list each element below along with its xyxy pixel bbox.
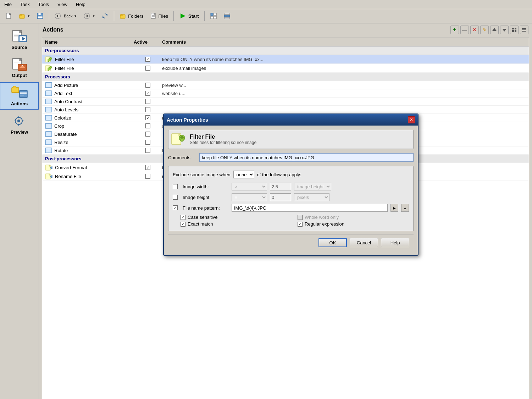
active-checkbox[interactable]	[145, 123, 150, 128]
table-row[interactable]: Add Text website u...	[42, 89, 529, 98]
move-up-button[interactable]	[490, 26, 499, 34]
sidebar-item-output[interactable]: Output	[0, 54, 39, 81]
image-height-checkbox[interactable]	[173, 195, 178, 200]
active-checkbox-cell[interactable]	[134, 165, 162, 170]
active-checkbox[interactable]	[145, 132, 150, 137]
row-name-text: Filter File	[55, 66, 74, 71]
image-width-checkbox[interactable]	[173, 184, 178, 189]
action-properties-dialog[interactable]: Action Properties ✕ Filter File Sets rul…	[163, 113, 419, 256]
view2-button[interactable]	[221, 11, 233, 21]
table-row[interactable]: Auto Contrast	[42, 98, 529, 106]
folders-button[interactable]: Folders	[117, 11, 146, 21]
list-view-button[interactable]	[520, 26, 528, 34]
svg-rect-56	[515, 30, 516, 32]
active-checkbox-cell[interactable]	[134, 174, 162, 179]
sidebar-item-actions[interactable]: Actions	[0, 82, 39, 110]
active-checkbox[interactable]	[145, 174, 150, 179]
reload-button[interactable]	[99, 11, 111, 21]
active-checkbox-cell[interactable]	[134, 132, 162, 137]
row-name: Filter File	[45, 56, 134, 62]
new-button[interactable]	[3, 11, 15, 21]
pattern-input[interactable]	[232, 204, 388, 212]
menu-view[interactable]: View	[56, 1, 69, 8]
active-checkbox[interactable]	[145, 99, 150, 104]
file-name-pattern-checkbox[interactable]	[173, 205, 178, 210]
sidebar-item-preview[interactable]: Preview	[0, 111, 39, 138]
table-row[interactable]: Filter File exclude small images	[42, 64, 529, 73]
view1-button[interactable]	[207, 11, 220, 21]
forward-button[interactable]: ▼	[81, 11, 98, 21]
svg-rect-39	[12, 88, 19, 93]
comments-input[interactable]	[199, 153, 414, 162]
exact-match-checkbox[interactable]	[181, 222, 185, 227]
add-action-button[interactable]: +	[450, 26, 459, 34]
active-checkbox-cell[interactable]	[134, 83, 162, 88]
svg-point-46	[17, 120, 20, 122]
menu-help[interactable]: Help	[74, 1, 87, 8]
menu-tools[interactable]: Tools	[37, 1, 50, 8]
active-checkbox-cell[interactable]	[134, 107, 162, 112]
whole-word-only-checkbox[interactable]	[298, 215, 303, 220]
filter-mode-select[interactable]: none any all	[233, 171, 254, 178]
image-height-operator[interactable]: = > <	[232, 193, 267, 201]
svg-rect-54	[515, 28, 516, 29]
preview-icon	[11, 114, 28, 128]
image-width-value[interactable]	[270, 183, 291, 190]
active-checkbox-cell[interactable]	[134, 123, 162, 128]
table-row[interactable]: Auto Levels	[42, 106, 529, 114]
svg-rect-40	[13, 86, 16, 88]
output-icon	[11, 57, 28, 71]
svg-rect-71	[45, 115, 52, 120]
active-checkbox-cell[interactable]	[134, 57, 162, 62]
svg-marker-51	[492, 28, 497, 31]
active-checkbox-cell[interactable]	[134, 91, 162, 96]
save-button[interactable]	[34, 11, 46, 21]
row-name-text: Filter File	[55, 57, 74, 62]
dialog-footer: OK Cancel Help	[168, 234, 414, 251]
case-sensitive-checkbox[interactable]	[181, 215, 185, 220]
pattern-up-button[interactable]: ▲	[401, 204, 409, 212]
menu-task[interactable]: Task	[19, 1, 31, 8]
regular-expression-checkbox[interactable]	[298, 222, 303, 227]
image-width-operator[interactable]: > < =	[232, 183, 267, 190]
row-name-text: Crop	[54, 123, 64, 129]
pattern-play-button[interactable]: ▶	[390, 204, 398, 212]
active-checkbox[interactable]	[145, 140, 150, 145]
active-checkbox[interactable]	[145, 148, 150, 153]
grid-view-button[interactable]	[510, 26, 519, 34]
active-checkbox[interactable]	[145, 57, 150, 62]
delete-action-button[interactable]: ✕	[470, 26, 479, 34]
image-height-value[interactable]	[270, 193, 291, 201]
active-checkbox[interactable]	[145, 66, 150, 71]
active-checkbox[interactable]	[145, 115, 150, 120]
table-row[interactable]: Add Picture preview w...	[42, 81, 529, 89]
active-checkbox[interactable]	[145, 91, 150, 96]
help-button[interactable]: Help	[381, 238, 409, 247]
active-checkbox[interactable]	[145, 83, 150, 88]
active-checkbox-cell[interactable]	[134, 148, 162, 153]
dialog-close-button[interactable]: ✕	[408, 116, 415, 123]
edit-action-button[interactable]: ✎	[480, 26, 489, 34]
active-checkbox-cell[interactable]	[134, 66, 162, 71]
menu-file[interactable]: File	[3, 1, 13, 8]
remove-action-button[interactable]: —	[460, 26, 469, 34]
ok-button[interactable]: OK	[318, 238, 347, 247]
table-row[interactable]: Filter File keep file ONLY when its name…	[42, 55, 529, 64]
image-width-unit[interactable]: image height pixels percent	[294, 183, 331, 190]
files-button[interactable]: Files	[148, 11, 171, 21]
active-checkbox-cell[interactable]	[134, 140, 162, 145]
active-checkbox-cell[interactable]	[134, 99, 162, 104]
filter-file-icon	[45, 65, 53, 71]
processor-icon	[45, 131, 52, 137]
processor-icon	[45, 82, 52, 88]
sidebar-item-source[interactable]: Source	[0, 26, 39, 53]
start-button[interactable]: Start	[177, 11, 201, 21]
active-checkbox-cell[interactable]	[134, 115, 162, 120]
back-button[interactable]: Back ▼	[52, 11, 79, 21]
open-button[interactable]: ▼	[16, 11, 33, 21]
image-height-unit[interactable]: pixels percent	[294, 193, 329, 201]
cancel-button[interactable]: Cancel	[350, 238, 378, 247]
active-checkbox[interactable]	[145, 165, 150, 170]
active-checkbox[interactable]	[145, 107, 150, 112]
move-down-button[interactable]	[500, 26, 509, 34]
